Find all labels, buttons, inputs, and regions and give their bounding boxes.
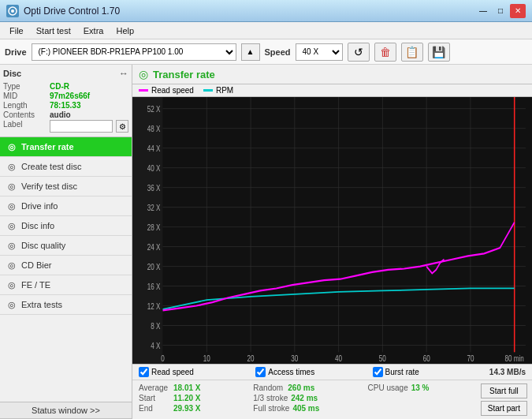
title-controls: — □ ✕ [475,4,526,18]
cpu-label: CPU usage [368,383,408,392]
refresh-button[interactable]: ↺ [348,43,370,62]
svg-text:20 X: 20 X [147,261,161,271]
random-label: Random [253,383,285,392]
drive-bar: Drive (F:) PIONEER BDR-PR1EPA PP100 1.00… [0,39,532,65]
status-window-button[interactable]: Status window >> [0,402,132,419]
disc-toggle[interactable]: ↔ [119,68,128,79]
burst-rate-value: 14.3 MB/s [489,368,526,376]
drive-info-icon: ◎ [6,200,17,211]
stats-section: Average 18.01 X Start 11.20 X End 29.93 … [132,380,532,419]
stats-col3: CPU usage 13 % [362,382,476,417]
nav-transfer-rate[interactable]: ◎ Transfer rate [0,137,132,157]
end-value: 29.93 X [173,404,209,413]
eject-button[interactable]: ▲ [241,43,260,61]
access-times-checkbox-label[interactable]: Access times [255,367,369,377]
read-speed-checkbox[interactable] [139,367,149,377]
start-full-button[interactable]: Start full [481,383,527,398]
one-third-label: 1/3 stroke [253,394,288,402]
disc-quality-icon: ◎ [6,240,17,251]
chart-area: 52 X 48 X 44 X 40 X 36 X 32 X 28 X 24 X … [132,97,532,364]
disc-contents-row: Contents audio [3,110,128,119]
copy-button[interactable]: 📋 [401,43,423,62]
chart-header: ◎ Transfer rate [132,65,532,84]
close-button[interactable]: ✕ [510,4,526,18]
fe-te-icon: ◎ [6,279,17,290]
disc-length-value: 78:15.33 [50,101,80,110]
menu-file[interactable]: File [3,24,30,37]
read-speed-checkbox-label-text: Read speed [151,368,194,376]
main-layout: Disc ↔ Type CD-R MID 97m26s66f Length 78… [0,65,532,419]
disc-label-input[interactable] [50,120,113,133]
nav-extra-tests[interactable]: ◎ Extra tests [0,295,132,315]
nav-verify-test-disc[interactable]: ◎ Verify test disc [0,177,132,196]
burst-rate-checkbox[interactable] [373,367,383,377]
svg-text:28 X: 28 X [147,223,161,233]
disc-type-row: Type CD-R [3,82,128,91]
access-times-checkbox[interactable] [255,367,266,377]
stat-one-third: 1/3 stroke 242 ms [253,394,355,402]
svg-text:44 X: 44 X [147,144,161,154]
disc-length-row: Length 78:15.33 [3,101,128,110]
nav-create-test-disc[interactable]: ◎ Create test disc [0,157,132,177]
start-value: 11.20 X [173,394,209,402]
nav-verify-test-disc-label: Verify test disc [21,181,77,191]
legend-read-speed-label: Read speed [151,86,194,95]
disc-section: Disc ↔ Type CD-R MID 97m26s66f Length 78… [0,65,132,137]
svg-text:0: 0 [161,354,165,364]
nav-fe-te-label: FE / TE [21,280,50,290]
full-stroke-value: 405 ms [292,404,328,413]
legend-rpm-color [203,89,213,92]
start-part-button[interactable]: Start part [481,401,527,416]
drive-select[interactable]: (F:) PIONEER BDR-PR1EPA PP100 1.00 [32,43,236,61]
disc-type-label: Type [3,82,47,91]
disc-contents-value: audio [50,110,71,119]
menu-extra[interactable]: Extra [77,24,110,37]
stats-col2: Random 260 ms 1/3 stroke 242 ms Full str… [247,382,361,417]
burst-rate-checkbox-label[interactable]: Burst rate [373,367,486,377]
speed-label: Speed [265,47,291,57]
stats-col1: Average 18.01 X Start 11.20 X End 29.93 … [132,382,247,417]
start-buttons: Start full Start part [476,382,532,417]
svg-text:50: 50 [379,354,386,364]
read-speed-checkbox-label[interactable]: Read speed [139,367,252,377]
menu-start-test[interactable]: Start test [30,24,77,37]
nav-disc-info[interactable]: ◎ Disc info [0,216,132,236]
stat-start: Start 11.20 X [139,394,240,402]
nav-drive-info[interactable]: ◎ Drive info [0,196,132,216]
label-settings-button[interactable]: ⚙ [116,120,128,133]
create-test-disc-icon: ◎ [6,161,17,172]
chart-svg: 52 X 48 X 44 X 40 X 36 X 32 X 28 X 24 X … [132,97,532,364]
svg-text:52 X: 52 X [147,104,161,114]
chart-checkboxes: Read speed Access times Burst rate 14.3 … [132,365,532,380]
disc-label-row: Label ⚙ [3,120,128,133]
save-button[interactable]: 💾 [428,43,450,62]
drive-label: Drive [5,47,27,57]
disc-mid-value: 97m26s66f [50,92,90,100]
nav-fe-te[interactable]: ◎ FE / TE [0,275,132,295]
nav-disc-quality[interactable]: ◎ Disc quality [0,236,132,256]
nav-transfer-rate-label: Transfer rate [21,142,74,152]
chart-stats-bar: Read speed Access times Burst rate 14.3 … [132,364,532,419]
chart-legend: Read speed RPM [132,84,532,97]
disc-mid-row: MID 97m26s66f [3,92,128,100]
speed-select[interactable]: 40 X [296,43,343,61]
nav-cd-bier[interactable]: ◎ CD Bier [0,256,132,275]
nav-list: ◎ Transfer rate ◎ Create test disc ◎ Ver… [0,137,132,315]
menu-help[interactable]: Help [110,24,140,37]
random-value: 260 ms [288,383,323,392]
stat-random: Random 260 ms [253,383,355,392]
average-label: Average [139,383,170,392]
window-title: Opti Drive Control 1.70 [24,6,120,17]
svg-text:60: 60 [423,354,430,364]
maximize-button[interactable]: □ [493,4,508,18]
legend-rpm: RPM [203,86,233,95]
legend-rpm-label: RPM [216,86,233,95]
svg-text:80 min: 80 min [505,354,524,364]
cd-bier-icon: ◎ [6,260,17,271]
minimize-button[interactable]: — [475,4,491,18]
svg-text:40 X: 40 X [147,163,161,174]
erase-button[interactable]: 🗑 [374,43,396,62]
svg-text:70: 70 [467,354,474,364]
nav-disc-info-label: Disc info [21,221,54,230]
end-label: End [139,404,170,413]
